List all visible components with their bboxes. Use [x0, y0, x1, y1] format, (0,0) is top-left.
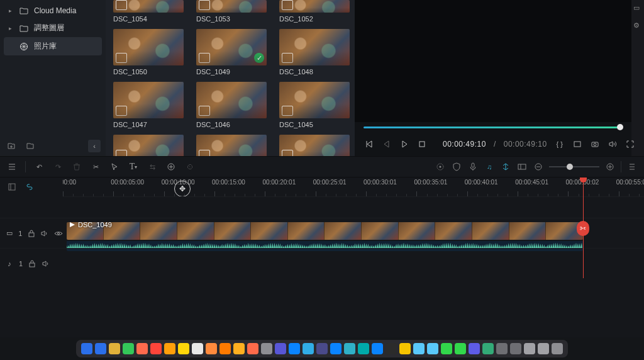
dock-app-icon[interactable]: [413, 343, 425, 354]
media-clip[interactable]: DSC_1052: [279, 0, 350, 23]
transition-icon[interactable]: ⇆: [147, 161, 158, 172]
dock-app-icon[interactable]: [386, 343, 397, 354]
dock-app-icon[interactable]: [427, 343, 438, 354]
rail-settings-icon[interactable]: ⚙: [633, 21, 642, 30]
dock-app-icon[interactable]: [261, 343, 272, 354]
dock-app-icon[interactable]: [455, 343, 466, 354]
dock-app-icon[interactable]: [289, 343, 300, 354]
snapshot-icon[interactable]: [590, 139, 600, 149]
audio-track-lane[interactable]: [63, 248, 644, 278]
dock-app-icon[interactable]: [192, 343, 203, 354]
brackets-icon[interactable]: { }: [555, 139, 565, 149]
scissors-icon[interactable]: ✂: [90, 161, 101, 172]
text-tool-icon[interactable]: T▾: [128, 161, 139, 172]
media-clip[interactable]: ✓DSC_1049: [196, 29, 267, 76]
zoom-in-icon[interactable]: [604, 161, 616, 172]
dock-app-icon[interactable]: [552, 343, 563, 354]
dock-app-icon[interactable]: [247, 343, 258, 354]
dock-app-icon[interactable]: [150, 343, 162, 354]
eye-icon[interactable]: [54, 229, 63, 238]
snap-icon[interactable]: [500, 161, 511, 172]
dock-app-icon[interactable]: [109, 343, 120, 354]
lock-icon[interactable]: [27, 229, 35, 238]
rail-video-icon[interactable]: ▭: [633, 4, 642, 13]
dock-app-icon[interactable]: [344, 343, 355, 354]
dock-app-icon[interactable]: [233, 343, 245, 354]
link-icon[interactable]: [24, 181, 35, 193]
trash-icon[interactable]: [71, 161, 82, 172]
dock-app-icon[interactable]: [275, 343, 286, 354]
mute-icon[interactable]: [42, 259, 50, 268]
dock-app-icon[interactable]: [164, 343, 175, 354]
dock-app-icon[interactable]: [330, 343, 341, 354]
sidebar-item-cloud-media[interactable]: ▸ Cloud Media: [4, 3, 102, 19]
track-height-icon[interactable]: [626, 161, 638, 172]
media-clip[interactable]: DSC_1050: [113, 29, 184, 76]
stop-button[interactable]: [416, 138, 428, 150]
crop-icon[interactable]: [165, 161, 177, 172]
dock-app-icon[interactable]: [316, 343, 328, 354]
speed-icon[interactable]: ⏲: [184, 161, 196, 172]
redo-icon[interactable]: ↷: [52, 161, 64, 172]
dock-app-icon[interactable]: [496, 343, 508, 354]
media-clip[interactable]: DSC_1045: [279, 82, 350, 128]
step-back-button[interactable]: [381, 138, 392, 150]
media-clip[interactable]: DSC_1053: [196, 0, 267, 23]
timeline-list-icon[interactable]: [6, 161, 18, 172]
viewer-scrubber[interactable]: [355, 122, 631, 132]
auto-tool-icon[interactable]: [435, 161, 446, 172]
volume-icon[interactable]: [608, 139, 618, 149]
dock-app-icon[interactable]: [178, 343, 189, 354]
mic-icon[interactable]: [467, 161, 479, 172]
dock-app-icon[interactable]: [441, 343, 452, 354]
dock-app-icon[interactable]: [219, 343, 231, 354]
prev-frame-button[interactable]: [364, 138, 375, 150]
audio-track-header[interactable]: ♪ 1: [0, 248, 63, 278]
mute-icon[interactable]: [41, 229, 49, 238]
new-folder-icon[interactable]: [24, 140, 36, 152]
media-clip[interactable]: [196, 135, 267, 156]
sidebar-item-adjustment-layer[interactable]: ▸ 調整圖層: [4, 19, 102, 37]
media-clip[interactable]: DSC_1047: [113, 82, 184, 128]
dock-app-icon[interactable]: [524, 343, 535, 354]
dock-app-icon[interactable]: [81, 343, 92, 354]
macos-dock[interactable]: [76, 340, 568, 357]
marker-view-icon[interactable]: [516, 161, 528, 172]
viewer-canvas[interactable]: [355, 0, 631, 122]
dock-app-icon[interactable]: [303, 343, 314, 354]
play-button[interactable]: [399, 138, 410, 150]
pointer-icon[interactable]: [109, 161, 120, 172]
undo-icon[interactable]: ↶: [33, 161, 45, 172]
video-track-header[interactable]: ▭ 1: [0, 218, 63, 248]
dock-app-icon[interactable]: [358, 343, 369, 354]
dock-app-icon[interactable]: [372, 343, 383, 354]
import-file-icon[interactable]: [5, 140, 18, 152]
media-clip[interactable]: [279, 135, 350, 156]
timeline-clip[interactable]: [67, 222, 583, 240]
safe-area-icon[interactable]: [572, 139, 582, 149]
dock-app-icon[interactable]: [123, 343, 134, 354]
shield-icon[interactable]: [451, 161, 462, 172]
dock-app-icon[interactable]: [206, 343, 217, 354]
timeline-ruler[interactable]: 00:0000:00:05:0000:00:10:0000:00:15:0000…: [63, 177, 644, 196]
music-icon[interactable]: ♫: [484, 161, 495, 172]
playhead-line[interactable]: [583, 196, 584, 278]
dock-app-icon[interactable]: [95, 343, 106, 354]
media-clip[interactable]: DSC_1046: [196, 82, 267, 128]
dock-app-icon[interactable]: [538, 343, 549, 354]
media-clip[interactable]: DSC_1054: [113, 0, 184, 23]
zoom-out-icon[interactable]: [533, 161, 544, 172]
video-track-lane[interactable]: DSC_1049✂: [63, 218, 644, 248]
dock-app-icon[interactable]: [469, 343, 480, 354]
sidebar-item-photo-library[interactable]: 照片庫: [4, 37, 102, 55]
playhead[interactable]: [583, 177, 584, 196]
dock-app-icon[interactable]: [136, 343, 148, 354]
collapse-sidebar-button[interactable]: ‹: [88, 140, 101, 152]
zoom-slider[interactable]: [549, 166, 599, 167]
media-clip[interactable]: [113, 135, 184, 156]
fullscreen-icon[interactable]: [625, 139, 635, 149]
timeline-options-icon[interactable]: [6, 181, 18, 193]
dock-app-icon[interactable]: [399, 343, 411, 354]
media-clip[interactable]: DSC_1048: [279, 29, 350, 76]
dock-app-icon[interactable]: [510, 343, 521, 354]
